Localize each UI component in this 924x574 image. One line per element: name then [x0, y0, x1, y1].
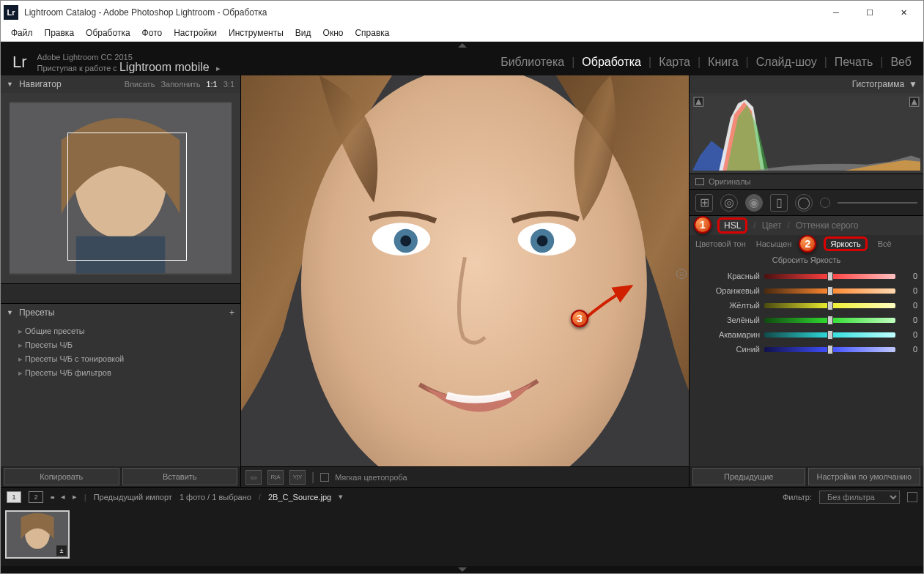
zoom-1-1[interactable]: 1:1	[206, 80, 217, 89]
module-map[interactable]: Карта	[659, 56, 690, 69]
disclosure-triangle-icon: ▼	[909, 79, 917, 89]
breadcrumb-source[interactable]: Предыдущий импорт	[94, 493, 172, 502]
slider-knob[interactable]	[827, 286, 833, 296]
slider-value[interactable]: 0	[900, 272, 917, 280]
lightroom-mobile-link[interactable]: Lightroom mobile	[119, 61, 210, 73]
crop-tool-button[interactable]: ⊞	[695, 194, 713, 212]
slider-knob[interactable]	[827, 330, 833, 340]
slider-track[interactable]	[764, 303, 895, 308]
preset-folder[interactable]: Пресеты Ч/Б с тонировкой	[7, 352, 234, 366]
maximize-button[interactable]: ☐	[853, 1, 887, 24]
histogram[interactable]	[690, 93, 923, 174]
color-slider-row: Жёлтый0	[695, 298, 917, 313]
image-viewport[interactable]: 3	[241, 75, 689, 466]
filter-select[interactable]: Без фильтра	[819, 491, 900, 504]
close-button[interactable]: ✕	[887, 1, 920, 24]
filmstrip-thumbnail[interactable]: ±	[5, 510, 70, 559]
second-display-button[interactable]: 2	[29, 491, 43, 503]
menu-help[interactable]: Справка	[350, 26, 393, 40]
slider-track[interactable]	[764, 347, 895, 352]
module-library[interactable]: Библиотека	[500, 56, 564, 69]
targeted-adjustment-tool[interactable]: ⊙	[676, 269, 687, 279]
navigator-header[interactable]: ▼ Навигатор Вписать Заполнить 1:1 3:1	[1, 75, 240, 93]
grayscale-mode-tab[interactable]: Оттенки серого	[796, 220, 859, 231]
copy-button[interactable]: Копировать	[4, 468, 119, 485]
slider-track[interactable]	[764, 332, 895, 338]
module-develop[interactable]: Обработка	[582, 56, 641, 69]
preset-folder[interactable]: Общие пресеты	[7, 324, 234, 338]
nav-next-icon[interactable]: ▸	[73, 492, 77, 502]
main-display-button[interactable]: 1	[7, 491, 21, 503]
before-after-ra-button[interactable]: R|A	[267, 470, 284, 485]
slider-knob[interactable]	[827, 272, 833, 281]
menu-tools[interactable]: Инструменты	[224, 26, 288, 40]
slider-track[interactable]	[764, 288, 895, 294]
brush-size-slider[interactable]	[838, 202, 917, 204]
softproof-checkbox[interactable]	[320, 473, 329, 482]
color-mode-tab[interactable]: Цвет	[762, 220, 782, 231]
color-slider-row: Аквамарин0	[695, 327, 917, 342]
filter-lock-icon[interactable]	[907, 492, 917, 502]
reset-luminance-label[interactable]: Сбросить Яркость	[690, 253, 923, 267]
module-print[interactable]: Печать	[835, 56, 873, 69]
slider-knob[interactable]	[827, 345, 833, 354]
bottom-panel-gripper[interactable]	[1, 566, 923, 573]
redeye-tool-button[interactable]: ◉	[745, 194, 763, 212]
filename-dropdown-icon[interactable]: ▾	[339, 492, 343, 502]
slider-knob[interactable]	[827, 316, 833, 325]
preset-folder[interactable]: Пресеты Ч/Б	[7, 338, 234, 352]
slider-value[interactable]: 0	[900, 301, 917, 310]
slider-knob[interactable]	[827, 301, 833, 310]
radial-tool-button[interactable]: ◯	[795, 194, 813, 212]
zoom-fill[interactable]: Заполнить	[160, 80, 200, 89]
menu-view[interactable]: Вид	[291, 26, 316, 40]
filmstrip[interactable]: ±	[1, 506, 923, 566]
grid-view-icon[interactable]: ▪▪	[51, 493, 53, 502]
slider-value[interactable]: 0	[900, 330, 917, 339]
module-book[interactable]: Книга	[708, 56, 738, 69]
menu-edit[interactable]: Правка	[40, 26, 79, 40]
reset-defaults-button[interactable]: Настройки по умолчанию	[808, 468, 921, 485]
slider-track[interactable]	[764, 274, 895, 279]
zoom-fit[interactable]: Вписать	[125, 80, 155, 89]
top-panel-gripper[interactable]	[1, 42, 923, 49]
paste-button[interactable]: Вставить	[122, 468, 238, 485]
module-web[interactable]: Веб	[890, 56, 912, 69]
menu-file[interactable]: Файл	[7, 26, 37, 40]
menu-window[interactable]: Окно	[319, 26, 348, 40]
preset-folder[interactable]: Пресеты Ч/Б фильтров	[7, 366, 234, 380]
filename-label[interactable]: 2B_C_Source.jpg	[268, 493, 331, 502]
brush-tool-button[interactable]	[820, 198, 830, 208]
menu-photo[interactable]: Фото	[138, 26, 167, 40]
all-subtab[interactable]: Всё	[878, 239, 892, 248]
slider-value[interactable]: 0	[900, 345, 917, 354]
nav-prev-icon[interactable]: ◂	[61, 492, 65, 502]
spot-tool-button[interactable]: ◎	[720, 194, 738, 212]
presets-header[interactable]: ▼ Пресеты +	[1, 304, 240, 321]
filmstrip-header: 1 2 ▪▪ ◂ ▸ | Предыдущий импорт 1 фото / …	[1, 487, 923, 506]
svg-point-10	[537, 236, 548, 247]
navigator-thumbnail[interactable]	[1, 93, 240, 283]
add-preset-icon[interactable]: +	[229, 308, 234, 318]
saturation-subtab[interactable]: Насыщен	[756, 239, 792, 248]
hsl-mode-tab[interactable]: HSL	[717, 217, 747, 234]
gradient-tool-button[interactable]: ▯	[770, 194, 788, 212]
navigator-crop-frame[interactable]	[67, 133, 188, 261]
develop-badge-icon: ±	[56, 545, 67, 556]
histogram-header[interactable]: Гистограмма ▼	[690, 75, 923, 93]
zoom-3-1[interactable]: 3:1	[223, 80, 234, 89]
originals-row[interactable]: Оригиналы	[690, 174, 923, 190]
menu-settings[interactable]: Настройки	[169, 26, 221, 40]
slider-track[interactable]	[764, 318, 895, 323]
hsl-panel-header: 1 HSL / Цвет / Оттенки серого	[690, 216, 923, 235]
previous-button[interactable]: Предыдущие	[692, 468, 805, 485]
slider-value[interactable]: 0	[900, 286, 917, 295]
menu-develop[interactable]: Обработка	[81, 26, 135, 40]
luminance-subtab[interactable]: Яркость	[824, 236, 867, 251]
module-slideshow[interactable]: Слайд-шоу	[756, 56, 817, 69]
minimize-button[interactable]: ─	[819, 1, 853, 24]
loupe-view-button[interactable]: ▭	[245, 470, 262, 485]
slider-value[interactable]: 0	[900, 316, 917, 324]
before-after-yy-button[interactable]: Y|Y	[289, 470, 306, 485]
hue-subtab[interactable]: Цветовой тон	[695, 239, 746, 248]
